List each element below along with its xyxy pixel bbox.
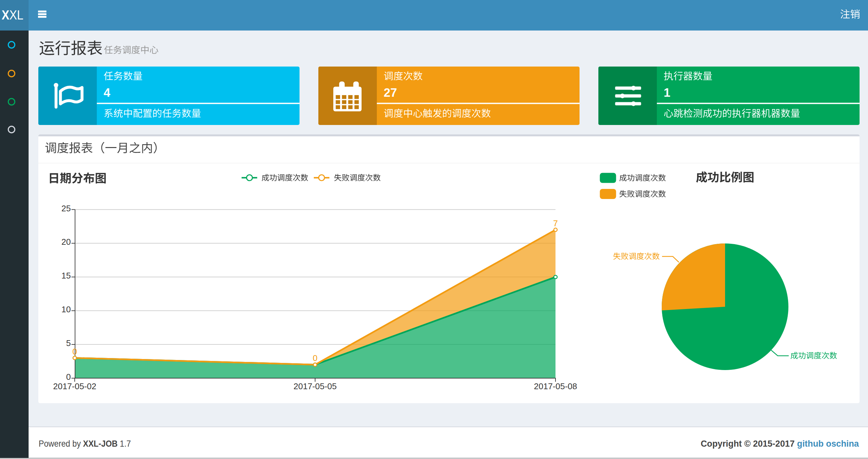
svg-text:0: 0 [66, 372, 71, 382]
svg-text:5: 5 [66, 338, 71, 348]
svg-text:25: 25 [61, 203, 71, 213]
svg-text:XXL: XXL [2, 8, 23, 22]
svg-text:0: 0 [72, 347, 77, 356]
svg-text:2017-05-05: 2017-05-05 [294, 382, 337, 391]
svg-text:7: 7 [553, 219, 558, 228]
svg-text:0: 0 [313, 353, 317, 363]
svg-text:1: 1 [664, 86, 671, 99]
svg-text:Copyright © 2015-2017 github: Copyright © 2015-2017 github oschina [701, 438, 859, 449]
svg-text:2017-05-08: 2017-05-08 [534, 382, 577, 391]
svg-text:4: 4 [104, 86, 111, 99]
svg-text:10: 10 [61, 304, 71, 314]
svg-text:27: 27 [384, 86, 397, 99]
svg-text:20: 20 [61, 237, 71, 247]
svg-text:Powered by XXL-JOB 1.7: Powered by XXL-JOB 1.7 [39, 438, 131, 449]
svg-text:15: 15 [61, 271, 71, 281]
svg-text:2017-05-02: 2017-05-02 [53, 382, 96, 391]
